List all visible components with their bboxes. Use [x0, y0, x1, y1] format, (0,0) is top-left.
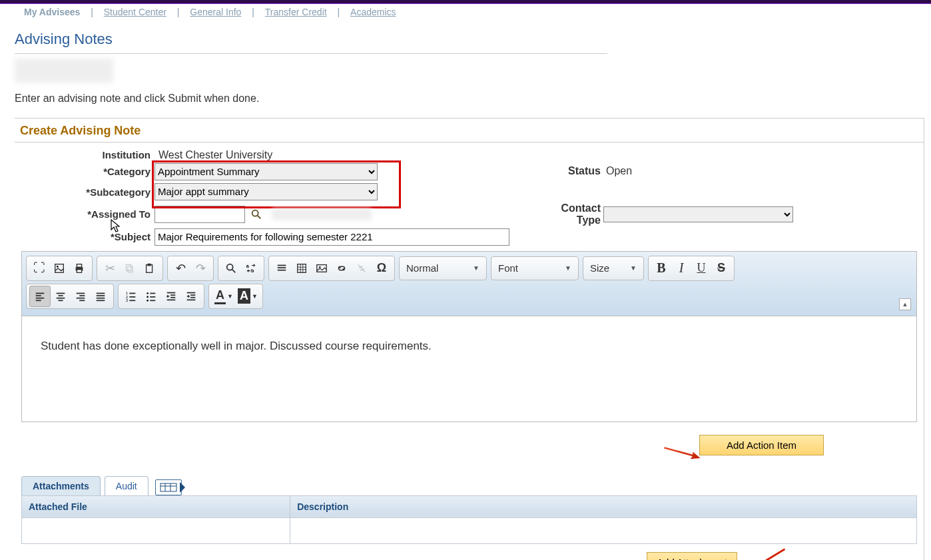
print-icon[interactable] [69, 258, 89, 278]
contact-type-select[interactable] [603, 206, 793, 222]
tab-separator: | [177, 7, 180, 17]
align-center-icon[interactable] [51, 286, 71, 306]
svg-point-3 [57, 265, 59, 267]
institution-label: Institution [15, 149, 155, 160]
bullet-list-icon[interactable] [141, 286, 161, 306]
source-icon[interactable] [49, 258, 69, 278]
undo-icon[interactable]: ↶ [170, 258, 190, 278]
expand-all-icon[interactable] [155, 479, 182, 495]
create-note-section: Create Advising Note Institution West Ch… [15, 118, 924, 561]
tab-academics[interactable]: Academics [350, 7, 396, 17]
tab-separator: | [252, 7, 254, 17]
status-value: Open [601, 165, 800, 177]
size-select[interactable]: Size▼ [583, 256, 644, 280]
replace-icon[interactable]: ab [241, 258, 261, 278]
table-icon[interactable] [292, 258, 312, 278]
assigned-redacted [272, 208, 372, 220]
assigned-to-input[interactable] [155, 206, 245, 223]
arrow-annotation [661, 436, 704, 467]
tab-audit[interactable]: Audit [105, 476, 149, 495]
col-attached-file: Attached File [22, 495, 290, 517]
svg-rect-2 [55, 264, 64, 272]
bg-color-icon[interactable]: A▼ [236, 286, 260, 306]
underline-icon[interactable]: U [691, 258, 711, 278]
contact-type-label: Contact Type [547, 202, 601, 226]
category-select[interactable]: Appointment Summary [155, 163, 378, 180]
assigned-to-label: *Assigned To [15, 208, 155, 220]
page-title: Advising Notes [15, 31, 924, 48]
find-icon[interactable] [221, 258, 241, 278]
form-grid: Institution West Chester University *Cat… [15, 149, 924, 246]
svg-rect-62 [160, 483, 176, 491]
page-instruction: Enter an advising note and click Submit … [15, 93, 924, 105]
image-icon[interactable] [312, 258, 332, 278]
editor-toolbar: ⛶ ✂ [22, 252, 916, 316]
svg-text:b: b [251, 268, 254, 274]
unlink-icon[interactable] [352, 258, 372, 278]
tab-student-center[interactable]: Student Center [104, 7, 166, 17]
align-right-icon[interactable] [71, 286, 91, 306]
arrow-annotation-2 [743, 547, 791, 560]
svg-line-1 [258, 215, 261, 218]
status-label: Status [547, 165, 601, 177]
italic-icon[interactable]: I [671, 258, 691, 278]
align-justify-icon[interactable] [91, 286, 111, 306]
student-name-redacted [15, 59, 113, 83]
outdent-block-icon[interactable] [272, 258, 292, 278]
font-select[interactable]: Font▼ [491, 256, 579, 280]
lookup-icon[interactable] [250, 208, 262, 220]
strike-icon[interactable]: S [711, 258, 731, 278]
svg-rect-6 [77, 269, 81, 272]
tab-separator: | [338, 7, 340, 17]
svg-point-24 [319, 266, 321, 268]
tab-transfer-credit[interactable]: Transfer Credit [265, 7, 327, 17]
attachments-section: Attachments Audit Attached File Descript… [21, 476, 917, 561]
tab-separator: | [91, 7, 93, 17]
svg-rect-5 [77, 264, 81, 267]
maximize-icon[interactable]: ⛶ [29, 258, 49, 278]
paragraph-format-select[interactable]: Normal▼ [399, 256, 487, 280]
svg-rect-7 [128, 266, 133, 272]
file-cell [22, 517, 290, 543]
collapse-toolbar-icon[interactable]: ▲ [899, 298, 911, 310]
svg-text:3: 3 [126, 298, 128, 302]
link-icon[interactable] [332, 258, 352, 278]
add-attachment-button[interactable]: Add Attachment [647, 552, 737, 561]
category-label: *Category [15, 166, 155, 177]
rich-text-editor: ⛶ ✂ [21, 251, 917, 422]
svg-rect-18 [298, 264, 306, 272]
subject-label: *Subject [15, 231, 155, 242]
desc-cell [290, 517, 917, 543]
editor-content[interactable]: Student has done exceptionally well in m… [22, 316, 916, 421]
outdent-icon[interactable] [161, 286, 181, 306]
numbered-list-icon[interactable]: 123 [121, 286, 141, 306]
subject-input[interactable] [155, 228, 509, 246]
specialchar-icon[interactable]: Ω [372, 258, 392, 278]
svg-point-48 [147, 292, 149, 294]
svg-rect-8 [126, 264, 131, 270]
text-color-icon[interactable]: A▼ [212, 286, 236, 306]
cut-icon[interactable]: ✂ [100, 258, 120, 278]
redo-icon[interactable]: ↷ [190, 258, 210, 278]
tab-attachments[interactable]: Attachments [21, 476, 101, 495]
svg-text:a: a [246, 263, 250, 269]
copy-icon[interactable] [120, 258, 140, 278]
svg-line-12 [232, 269, 236, 272]
bold-icon[interactable]: B [651, 258, 671, 278]
svg-point-11 [227, 264, 233, 270]
align-left-icon[interactable] [29, 286, 51, 307]
subcategory-label: *Subcategory [15, 186, 155, 200]
add-action-item-button[interactable]: Add Action Item [699, 435, 824, 455]
tab-general-info[interactable]: General Info [190, 7, 241, 17]
paste-icon[interactable] [140, 258, 160, 278]
divider [15, 53, 607, 54]
indent-icon[interactable] [181, 286, 201, 306]
tab-my-advisees[interactable]: My Advisees [24, 7, 80, 17]
svg-rect-10 [147, 263, 151, 266]
svg-point-0 [252, 210, 258, 216]
col-description: Description [290, 495, 917, 517]
institution-value: West Chester University [155, 149, 388, 161]
subcategory-select[interactable]: Major appt summary [155, 183, 378, 200]
section-title: Create Advising Note [15, 124, 924, 142]
svg-point-50 [147, 299, 149, 301]
